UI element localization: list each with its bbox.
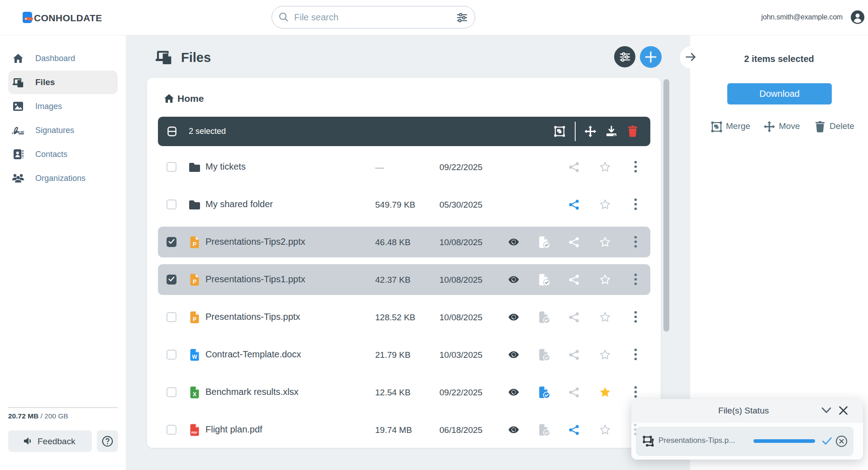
svg-text:P: P [193,316,196,323]
svg-text:X: X [193,391,196,398]
svg-text:W: W [192,354,197,360]
svg-text:PDF: PDF [191,431,197,434]
svg-text:P: P [193,241,196,247]
svg-text:P: P [193,279,196,285]
